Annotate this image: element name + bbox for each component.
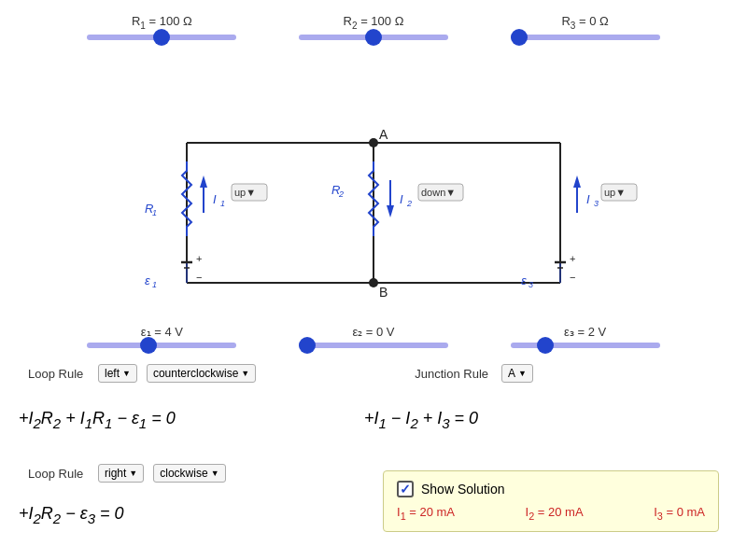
- svg-text:down▼: down▼: [421, 187, 456, 198]
- svg-text:1: 1: [152, 280, 157, 289]
- loop-2-loop-dropdown[interactable]: right: [98, 464, 144, 483]
- svg-text:3: 3: [529, 280, 533, 289]
- e2-slider-group: ε₂ = 0 V: [280, 325, 467, 348]
- loop-rule-1-row: Loop Rule left counterclockwise Junction…: [28, 364, 533, 383]
- e1-slider-group: ε₁ = 4 V: [68, 325, 255, 348]
- r3-slider[interactable]: [511, 35, 660, 40]
- svg-text:3: 3: [594, 199, 599, 208]
- svg-text:+: +: [196, 253, 202, 264]
- svg-text:I: I: [213, 192, 217, 206]
- svg-marker-32: [387, 205, 394, 217]
- e3-slider-group: ε₃ = 2 V: [492, 325, 679, 348]
- show-solution-checkbox[interactable]: [397, 481, 414, 497]
- junction-rule-label: Junction Rule: [415, 367, 488, 381]
- svg-text:2: 2: [406, 199, 412, 208]
- i2-value: I2 = 20 mA: [526, 505, 584, 522]
- svg-text:1: 1: [152, 208, 157, 217]
- svg-text:up▼: up▼: [604, 187, 626, 198]
- loop-1-direction-dropdown[interactable]: counterclockwise: [147, 364, 256, 383]
- svg-text:ε: ε: [145, 273, 150, 287]
- r1-slider-group: R1 = 100 Ω: [68, 14, 255, 40]
- junction-equation: +I1 − I2 + I3 = 0: [364, 409, 478, 431]
- junction-dropdown[interactable]: A: [501, 364, 533, 383]
- svg-text:+: +: [570, 253, 575, 264]
- loop-rule-1-label: Loop Rule: [28, 367, 89, 381]
- bottom-sliders-section: ε₁ = 4 V ε₂ = 0 V ε₃ = 2 V: [0, 320, 747, 353]
- i1-value: I1 = 20 mA: [397, 505, 455, 522]
- svg-point-7: [369, 278, 378, 287]
- svg-text:2: 2: [338, 189, 344, 199]
- loop-equation-1: +I2R2 + I1R1 − ε1 = 0: [19, 409, 176, 431]
- loop-1-loop-dropdown[interactable]: left: [98, 364, 137, 383]
- top-sliders-section: R1 = 100 Ω R2 = 100 Ω R3 = 0 Ω: [0, 5, 747, 49]
- r2-slider-group: R2 = 100 Ω: [280, 14, 467, 40]
- loop-2-direction-dropdown[interactable]: clockwise: [153, 464, 225, 483]
- solution-values: I1 = 20 mA I2 = 20 mA I3 = 0 mA: [397, 505, 705, 522]
- svg-text:A: A: [379, 127, 388, 142]
- svg-text:I: I: [400, 192, 403, 206]
- svg-text:I: I: [586, 192, 590, 206]
- svg-text:B: B: [379, 285, 388, 300]
- svg-text:−: −: [570, 272, 575, 283]
- loop-rule-2-label: Loop Rule: [28, 467, 89, 481]
- i3-value: I3 = 0 mA: [654, 505, 705, 522]
- circuit-svg: A B R 1 R 2 + − ε 1 + − ε 3: [0, 49, 747, 320]
- svg-text:1: 1: [220, 199, 225, 208]
- loop-equation-2: +I2R2 − ε3 = 0: [19, 504, 124, 526]
- loop-rule-2-row: Loop Rule right clockwise: [28, 464, 226, 483]
- show-solution-label: Show Solution: [421, 482, 505, 497]
- r1-slider[interactable]: [87, 35, 236, 40]
- svg-marker-36: [573, 175, 581, 188]
- r3-slider-group: R3 = 0 Ω: [492, 14, 679, 40]
- svg-text:−: −: [196, 272, 202, 283]
- e3-slider[interactable]: [511, 343, 660, 348]
- solution-header: Show Solution: [397, 481, 705, 497]
- svg-text:up▼: up▼: [234, 187, 256, 198]
- e2-slider[interactable]: [299, 343, 448, 348]
- svg-text:ε: ε: [521, 273, 527, 287]
- r2-slider[interactable]: [299, 35, 448, 40]
- circuit-diagram: A B R 1 R 2 + − ε 1 + − ε 3: [0, 49, 747, 320]
- e1-slider[interactable]: [87, 343, 236, 348]
- svg-marker-28: [200, 175, 207, 188]
- solution-box: Show Solution I1 = 20 mA I2 = 20 mA I3 =…: [383, 470, 719, 532]
- svg-point-5: [369, 138, 378, 147]
